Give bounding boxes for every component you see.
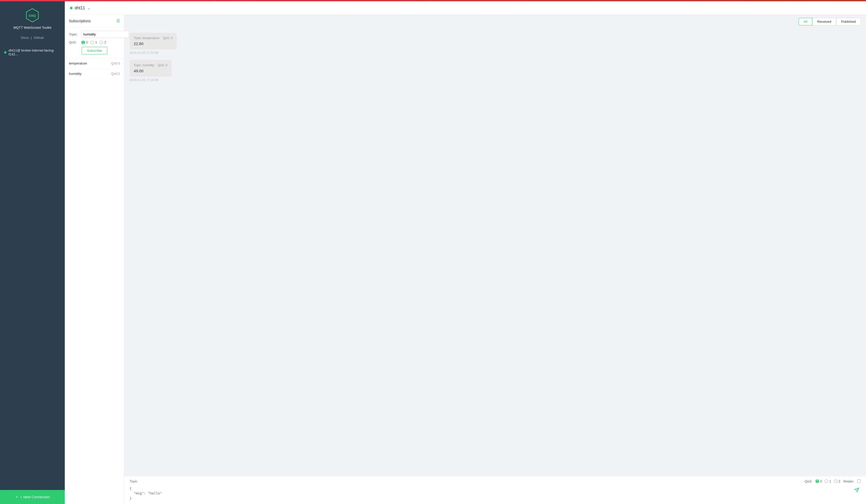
publish-qos-2-label: 2 — [839, 479, 840, 483]
connection-header: dht11 ⌄ — [65, 1, 866, 15]
subscriptions-title: Subscriptions — [69, 19, 91, 23]
sub-qos-badge: QoS 0 — [111, 61, 120, 65]
publish-qos-radio-group: 0 1 2 — [815, 479, 840, 483]
radio-0-circle — [81, 41, 85, 44]
inner-layout: Subscriptions ☰ Topic: QoS: 0 — [65, 15, 866, 504]
qos-option-2[interactable]: 2 — [100, 41, 106, 44]
publish-payload-text[interactable]: { "msg": "hello" } — [130, 486, 162, 501]
message-bubble-temperature: Topic: temperature QoS: 0 22.80 — [130, 33, 177, 49]
emq-logo-icon: EMQ — [25, 8, 40, 23]
messages-scroll: Topic: temperature QoS: 0 22.80 2019-11-… — [124, 29, 866, 476]
message-value-temperature: 22.80 — [134, 42, 173, 46]
subscription-topic-input[interactable] — [81, 31, 129, 38]
message-value-humidity: 49.00 — [134, 69, 167, 73]
connection-name-label: dht11@ broker-internet-facing-f142... — [9, 48, 60, 56]
qos-form-label: QoS: — [69, 41, 79, 44]
message-bubble-humidity: Topic: humidity QoS: 0 49.00 — [130, 60, 171, 77]
publish-qos-0-label: 0 — [820, 479, 822, 483]
docs-link[interactable]: Docs — [21, 36, 29, 40]
publish-radio-0-circle — [815, 479, 819, 483]
publish-radio-1-circle — [824, 479, 828, 483]
qos-2-label: 2 — [104, 41, 106, 44]
connection-title: dht11 — [75, 6, 85, 10]
publish-qos-option-0[interactable]: 0 — [815, 479, 822, 483]
connections-list: dht11@ broker-internet-facing-f142... — [0, 44, 65, 490]
message-timestamp-temperature: 2019-11-25 17:23:58 — [130, 51, 158, 55]
subscribe-button[interactable]: Subscribe — [82, 47, 108, 54]
publish-topic-input[interactable] — [130, 479, 804, 483]
qos-0-label: 0 — [86, 41, 88, 44]
msg-topic-label: Topic: temperature — [134, 36, 159, 40]
subscription-item-humidity[interactable]: humidity QoS 0 — [65, 69, 124, 79]
app-title: MQTT WebSocket Toolkit — [13, 26, 52, 30]
message-meta-temperature: Topic: temperature QoS: 0 — [134, 36, 173, 40]
sidebar: EMQ MQTT WebSocket Toolkit Docs | Github… — [0, 1, 65, 504]
qos-1-label: 1 — [95, 41, 97, 44]
svg-text:EMQ: EMQ — [29, 14, 36, 18]
publish-top-row: QoS: 0 1 — [130, 479, 861, 483]
publish-radio-2-circle — [834, 479, 837, 483]
publish-qos-option-2[interactable]: 2 — [834, 479, 840, 483]
message-group-temperature: Topic: temperature QoS: 0 22.80 2019-11-… — [130, 33, 861, 55]
main-content: dht11 ⌄ Subscriptions ☰ Topic: QoS: — [65, 1, 866, 504]
radio-1-circle — [90, 41, 94, 44]
header-status-dot — [70, 7, 73, 9]
subscription-item-temperature[interactable]: temperature QoS 0 — [65, 58, 124, 69]
qos-option-0[interactable]: 0 — [81, 41, 88, 44]
nav-links: Docs | Github — [0, 34, 65, 44]
sidebar-logo: EMQ MQTT WebSocket Toolkit — [0, 1, 65, 34]
filter-published-button[interactable]: Published — [836, 18, 861, 25]
sub-topic-name: temperature — [69, 61, 87, 65]
msg-qos-label: QoS: 0 — [163, 36, 173, 40]
sub-topic-name: humidity — [69, 72, 81, 76]
filter-received-button[interactable]: Received — [812, 18, 836, 25]
messages-filter-bar: All Received Published — [124, 15, 866, 29]
new-connection-label: + New Connection — [20, 495, 50, 499]
send-icon — [854, 488, 859, 493]
content-right: All Received Published Topic: temperatur… — [124, 15, 866, 504]
new-connection-plus-icon: ＋ — [15, 495, 19, 499]
chevron-down-icon[interactable]: ⌄ — [87, 5, 90, 10]
publish-qos-option-1[interactable]: 1 — [824, 479, 831, 483]
publish-retain-label: Retain: — [843, 479, 854, 483]
topic-form-label: Topic: — [69, 32, 79, 36]
topic-row: Topic: — [69, 31, 120, 38]
publish-retain-checkbox[interactable] — [857, 479, 861, 483]
filter-all-button[interactable]: All — [799, 18, 812, 25]
separator: | — [31, 36, 32, 40]
subscription-list: temperature QoS 0 humidity QoS 0 — [65, 58, 124, 504]
subscriptions-panel: Subscriptions ☰ Topic: QoS: 0 — [65, 15, 124, 504]
message-timestamp-humidity: 2019-11-25 17:24:06 — [130, 78, 158, 82]
sidebar-footer: ＋ + New Connection — [0, 490, 65, 504]
msg-qos-label-humidity: QoS: 0 — [158, 64, 167, 67]
new-connection-button[interactable]: ＋ + New Connection — [0, 490, 65, 504]
radio-2-circle — [100, 41, 103, 44]
publish-area: QoS: 0 1 — [124, 476, 866, 504]
hamburger-icon[interactable]: ☰ — [116, 19, 120, 23]
message-group-humidity: Topic: humidity QoS: 0 49.00 2019-11-25 … — [130, 60, 861, 82]
publish-qos-1-label: 1 — [829, 479, 831, 483]
publish-payload-row: { "msg": "hello" } — [130, 486, 861, 501]
subscriptions-header: Subscriptions ☰ — [65, 15, 124, 27]
msg-topic-label-humidity: Topic: humidity — [134, 64, 154, 67]
sub-qos-badge: QoS 0 — [111, 72, 120, 76]
message-meta-humidity: Topic: humidity QoS: 0 — [134, 64, 167, 67]
publish-qos-label: QoS: — [804, 479, 812, 483]
qos-row: QoS: 0 1 2 — [69, 41, 120, 44]
publish-qos-group: QoS: 0 1 — [804, 479, 861, 483]
send-button[interactable] — [853, 486, 861, 494]
qos-option-1[interactable]: 1 — [90, 41, 97, 44]
connection-name-display: dht11 ⌄ — [70, 5, 90, 10]
github-link[interactable]: Github — [34, 36, 44, 40]
connection-status-dot — [4, 51, 7, 54]
connection-item-dht11[interactable]: dht11@ broker-internet-facing-f142... — [0, 46, 65, 59]
subscription-form: Topic: QoS: 0 1 — [65, 27, 124, 58]
